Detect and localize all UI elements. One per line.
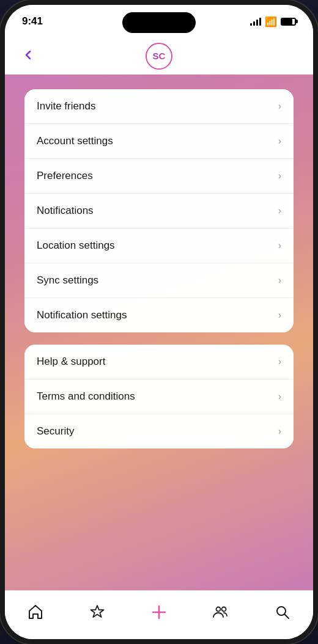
nav-item-add[interactable] [141, 599, 177, 626]
svg-point-0 [216, 607, 220, 611]
chevron-icon: › [278, 205, 281, 216]
status-icons: 📶 [250, 16, 296, 27]
chevron-icon: › [278, 170, 281, 181]
chevron-icon: › [278, 426, 281, 437]
main-content: Invite friends › Account settings › Pref… [5, 75, 313, 590]
signal-icon [250, 17, 261, 26]
svg-point-1 [221, 607, 226, 611]
nav-item-home[interactable] [17, 599, 54, 626]
phone-frame: 9:41 📶 SC Invit [0, 0, 318, 644]
logo: SC [146, 43, 172, 70]
chevron-icon: › [278, 310, 281, 321]
nav-item-search[interactable] [264, 599, 301, 626]
header: SC [5, 38, 313, 75]
home-icon [27, 604, 44, 621]
settings-card-main: Invite friends › Account settings › Pref… [24, 89, 294, 332]
settings-item-preferences[interactable]: Preferences › [24, 159, 294, 194]
bottom-nav [5, 590, 313, 639]
dynamic-island [122, 12, 196, 33]
settings-card-secondary: Help & support › Terms and conditions › … [24, 345, 294, 448]
nav-item-favorites[interactable] [79, 599, 116, 626]
wifi-icon: 📶 [265, 16, 277, 27]
chevron-icon: › [278, 275, 281, 286]
settings-item-location-settings[interactable]: Location settings › [24, 229, 294, 263]
chevron-icon: › [278, 391, 281, 402]
settings-item-help-support[interactable]: Help & support › [24, 345, 294, 379]
chevron-icon: › [278, 101, 281, 112]
settings-item-security[interactable]: Security › [24, 414, 294, 448]
search-icon [274, 604, 291, 621]
settings-item-sync-settings[interactable]: Sync settings › [24, 263, 294, 298]
logo-text: SC [153, 51, 166, 61]
settings-item-terms-conditions[interactable]: Terms and conditions › [24, 379, 294, 414]
status-time: 9:41 [22, 15, 43, 27]
star-icon [89, 604, 106, 621]
people-icon [212, 604, 229, 621]
settings-item-account-settings[interactable]: Account settings › [24, 124, 294, 159]
chevron-icon: › [278, 136, 281, 147]
settings-item-notifications[interactable]: Notifications › [24, 194, 294, 229]
settings-item-notification-settings[interactable]: Notification settings › [24, 298, 294, 332]
chevron-icon: › [278, 240, 281, 251]
battery-icon [281, 18, 296, 26]
back-button[interactable] [17, 43, 39, 70]
nav-item-people[interactable] [202, 599, 239, 626]
plus-icon [150, 604, 168, 621]
settings-item-invite-friends[interactable]: Invite friends › [24, 89, 294, 124]
chevron-icon: › [278, 356, 281, 367]
